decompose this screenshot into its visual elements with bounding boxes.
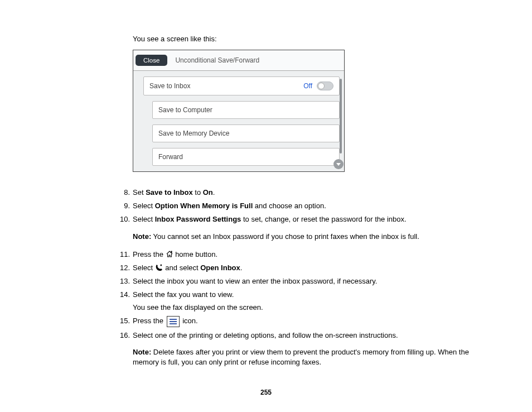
step-14: Select the fax you want to view. You see… bbox=[117, 290, 478, 312]
row-label: Save to Computer bbox=[158, 106, 212, 114]
toggle-switch bbox=[317, 82, 333, 90]
intro-text: You see a screen like this: bbox=[133, 35, 478, 43]
home-icon bbox=[166, 251, 173, 257]
step-16: Select one of the printing or deleting o… bbox=[117, 330, 478, 368]
device-row-save-memory: Save to Memory Device bbox=[152, 124, 340, 142]
step-12: Select and select Open Inbox. bbox=[117, 263, 478, 273]
menu-icon bbox=[167, 316, 180, 327]
note-1: Note: You cannot set an Inbox password i… bbox=[133, 232, 478, 242]
note-2: Note: Delete faxes after you print or vi… bbox=[133, 347, 478, 367]
device-header: Close Unconditional Save/Forward bbox=[133, 50, 344, 71]
device-scroll-down-icon bbox=[333, 159, 344, 169]
device-row-save-computer: Save to Computer bbox=[152, 101, 340, 119]
phone-icon bbox=[155, 264, 163, 271]
device-row-save-inbox: Save to Inbox Off bbox=[143, 76, 340, 95]
step-9: Select Option When Memory is Full and ch… bbox=[117, 201, 478, 211]
page-number: 255 bbox=[0, 389, 532, 396]
document-content: You see a screen like this: Close Uncond… bbox=[133, 35, 478, 375]
step-8: Set Save to Inbox to On. bbox=[117, 188, 478, 198]
device-body: Save to Inbox Off Save to Computer Save … bbox=[133, 71, 344, 171]
row-label: Save to Inbox bbox=[149, 82, 190, 90]
device-close-button: Close bbox=[136, 55, 167, 66]
toggle-state-label: Off bbox=[303, 82, 312, 90]
step-10: Select Inbox Password Settings to set, c… bbox=[117, 214, 478, 241]
step-14-sub: You see the fax displayed on the screen. bbox=[133, 303, 478, 313]
device-screenshot: Close Unconditional Save/Forward Save to… bbox=[133, 50, 345, 172]
row-label: Forward bbox=[158, 153, 183, 161]
device-scrollbar bbox=[340, 79, 342, 154]
step-13: Select the inbox you want to view an ent… bbox=[117, 276, 478, 286]
instruction-list: Set Save to Inbox to On. Select Option W… bbox=[117, 188, 478, 367]
device-header-title: Unconditional Save/Forward bbox=[175, 56, 259, 64]
row-label: Save to Memory Device bbox=[158, 130, 229, 137]
step-15: Press the icon. bbox=[117, 316, 478, 327]
step-11: Press the home button. bbox=[117, 250, 478, 260]
device-row-forward: Forward bbox=[152, 148, 340, 166]
